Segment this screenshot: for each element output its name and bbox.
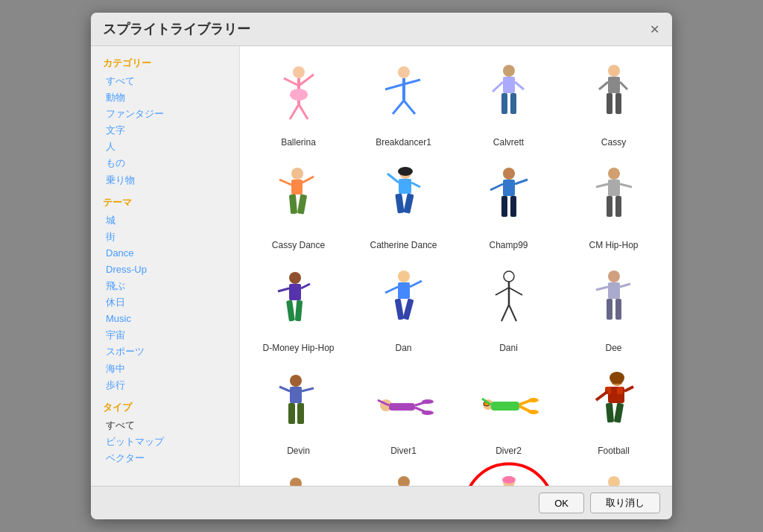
svg-rect-61 (402, 298, 414, 320)
sidebar-item-type-all[interactable]: すべて (103, 417, 227, 434)
sprite-name-ballerina: Ballerina (281, 137, 316, 148)
svg-rect-51 (289, 284, 301, 300)
sidebar-item-海中[interactable]: 海中 (103, 361, 227, 377)
sprite-cell-jaime[interactable]: Jaime (247, 465, 349, 486)
sidebar-item-歩行[interactable]: 歩行 (103, 377, 227, 393)
sidebar-item-文字[interactable]: 文字 (103, 122, 227, 139)
svg-rect-16 (510, 93, 516, 114)
sprite-cell-ballerina[interactable]: Ballerina (247, 54, 349, 153)
svg-point-93 (528, 398, 539, 402)
sprite-cell-devin[interactable]: Devin (247, 362, 349, 462)
sprite-cell-champ99[interactable]: Champ99 (458, 156, 560, 256)
sprite-name-football: Football (598, 446, 630, 456)
svg-point-19 (608, 65, 620, 77)
svg-point-7 (398, 66, 410, 78)
sidebar-item-vector[interactable]: ベクター (103, 450, 227, 466)
svg-rect-97 (612, 381, 621, 384)
sidebar-item-城[interactable]: 城 (103, 212, 227, 229)
svg-rect-21 (607, 93, 612, 114)
svg-point-44 (608, 168, 620, 180)
svg-line-24 (620, 82, 627, 89)
sidebar-item-飛ぶ[interactable]: 飛ぶ (103, 278, 227, 294)
svg-line-66 (501, 305, 509, 321)
sprite-cell-dee[interactable]: Dee (563, 259, 665, 359)
svg-line-9 (385, 84, 404, 89)
sprite-cell-breakdancer1[interactable]: Breakdancer1 (352, 54, 455, 153)
sprite-name-cassy: Cassy (601, 137, 626, 148)
svg-line-59 (410, 281, 422, 287)
sidebar-item-dressup[interactable]: Dress-Up (103, 262, 227, 278)
sidebar-item-休日[interactable]: 休日 (103, 294, 227, 311)
cancel-button[interactable]: 取り消し (590, 493, 660, 513)
svg-rect-36 (395, 193, 405, 213)
svg-rect-100 (617, 387, 623, 394)
close-button[interactable]: ✕ (648, 23, 660, 35)
sprite-name-diver2: Diver2 (496, 446, 522, 456)
svg-line-53 (301, 284, 310, 288)
svg-rect-73 (615, 299, 621, 320)
svg-rect-45 (608, 180, 620, 196)
sprite-cell-diver1[interactable]: Diver1 (352, 362, 455, 462)
svg-point-68 (608, 270, 620, 282)
sprite-cell-cassy-dance[interactable]: Cassy Dance (247, 156, 349, 256)
sprite-cell-cm-hiphop[interactable]: CM Hip-Hop (563, 156, 665, 256)
sidebar-item-bitmap[interactable]: ビットマップ (103, 434, 227, 450)
dialog-title: スプライトライブラリー (103, 20, 250, 38)
svg-rect-75 (290, 387, 302, 403)
sprite-cell-calvrett[interactable]: Calvrett (458, 54, 560, 153)
sidebar-item-人[interactable]: 人 (103, 139, 227, 155)
svg-rect-103 (605, 403, 613, 423)
svg-line-70 (596, 287, 608, 290)
svg-line-67 (509, 305, 516, 321)
svg-point-0 (293, 66, 305, 78)
svg-point-50 (289, 272, 301, 284)
sidebar-item-ファンタジー[interactable]: ファンタジー (103, 106, 227, 122)
svg-line-17 (493, 82, 503, 92)
sprite-cell-cassy[interactable]: Cassy (563, 54, 665, 153)
sprite-cell-diver2[interactable]: Diver2 (458, 362, 560, 462)
type-section-title: タイプ (103, 401, 227, 414)
svg-line-2 (284, 78, 299, 86)
svg-point-56 (398, 270, 410, 282)
sprite-cell-football[interactable]: Football (563, 362, 665, 462)
sprite-cell-jay[interactable]: Jay (458, 465, 560, 486)
sidebar-item-街[interactable]: 街 (103, 229, 227, 245)
svg-rect-54 (286, 300, 295, 322)
sidebar-item-music[interactable]: Music (103, 311, 227, 327)
svg-line-77 (302, 388, 314, 391)
sidebar-item-動物[interactable]: 動物 (103, 89, 227, 106)
svg-point-117 (503, 476, 515, 486)
sprite-name-dee: Dee (605, 343, 621, 353)
sidebar-item-宇宙[interactable]: 宇宙 (103, 327, 227, 343)
svg-rect-104 (613, 403, 623, 423)
sprite-cell-jaime-walking[interactable]: Jaime Walking (352, 465, 455, 486)
svg-line-5 (299, 104, 308, 119)
sidebar-item-dance[interactable]: Dance (103, 245, 227, 262)
ok-button[interactable]: OK (539, 493, 584, 513)
sprite-cell-dan[interactable]: Dan (352, 259, 455, 359)
sprite-cell-dmoney[interactable]: D-Money Hip-Hop (247, 259, 349, 359)
sidebar-item-もの[interactable]: もの (103, 155, 227, 171)
svg-line-11 (393, 101, 404, 114)
dialog-body: カテゴリー すべて 動物 ファンタジー 文字 人 もの 乗り物 テーマ 城 街 … (91, 46, 672, 486)
sprite-name-catherine-dance: Catherine Dance (370, 240, 437, 250)
svg-line-18 (515, 82, 524, 89)
sprite-cell-dani[interactable]: Dani (458, 259, 560, 359)
svg-line-64 (496, 288, 509, 295)
svg-rect-48 (607, 196, 612, 217)
sprite-cell-jodi[interactable]: Jodi (563, 465, 665, 486)
svg-line-12 (404, 101, 415, 114)
sidebar-item-スポーツ[interactable]: スポーツ (103, 343, 227, 360)
sidebar-item-乗り物[interactable]: 乗り物 (103, 172, 227, 189)
svg-rect-69 (608, 282, 620, 299)
svg-rect-37 (403, 193, 414, 213)
svg-line-41 (515, 180, 528, 184)
svg-line-47 (620, 184, 632, 187)
sidebar-item-すべて[interactable]: すべて (103, 73, 227, 89)
svg-line-28 (303, 177, 314, 183)
svg-point-25 (291, 168, 303, 180)
sprite-cell-catherine-dance[interactable]: Catherine Dance (352, 156, 455, 256)
sprite-content-area: Ballerina Breakdancer1 (240, 46, 672, 486)
svg-rect-60 (394, 299, 404, 320)
svg-point-32 (398, 167, 413, 176)
